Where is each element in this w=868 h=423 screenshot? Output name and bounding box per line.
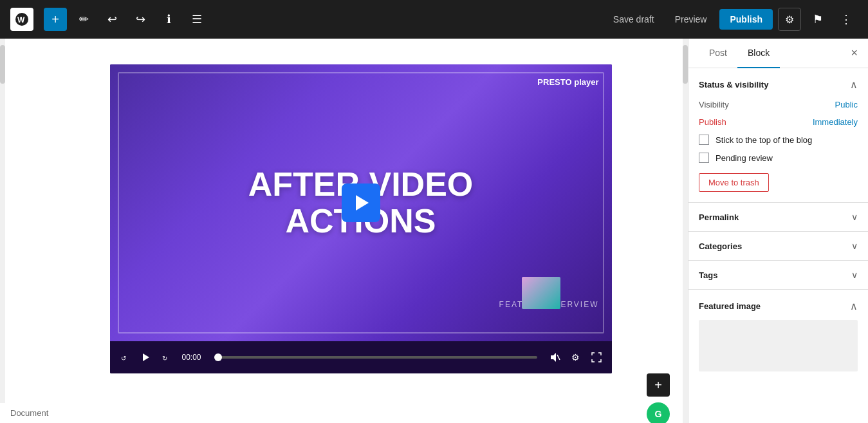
forward-10-button[interactable]: ↻ (159, 350, 174, 365)
list-view-button[interactable]: ☰ (185, 8, 208, 31)
svg-marker-5 (551, 353, 556, 362)
pending-review-checkbox[interactable] (699, 153, 709, 163)
left-scroll-track (0, 39, 5, 423)
video-controls-bar: ↺ ↻ 00:00 (110, 341, 612, 373)
play-button[interactable] (342, 183, 380, 222)
main-layout: PRESTO player AFTER VIDEO ACTIONS FEATUR… (0, 39, 868, 423)
thumbnail-preview (522, 277, 560, 309)
pending-review-row: Pending review (699, 153, 858, 163)
volume-button[interactable] (548, 350, 563, 365)
featured-image-header: Featured image ∧ (699, 300, 858, 312)
info-icon: ℹ (167, 12, 171, 26)
fullscreen-button[interactable] (589, 350, 604, 365)
section-title-status: Status & visibility (699, 80, 768, 89)
pending-review-label: Pending review (716, 153, 773, 163)
move-to-trash-button[interactable]: Move to trash (699, 173, 769, 192)
right-editor-scroll-track (683, 39, 688, 423)
preview-button[interactable]: Preview (667, 10, 715, 28)
stick-to-top-label: Stick to the top of the blog (716, 135, 812, 145)
floating-add-button[interactable]: + (647, 373, 670, 397)
permalink-chevron-icon: ∨ (851, 212, 858, 222)
svg-text:↺: ↺ (121, 355, 126, 362)
undo-icon: ↩ (107, 12, 117, 26)
permalink-section[interactable]: Permalink ∨ (688, 203, 868, 232)
progress-bar[interactable] (214, 356, 537, 359)
flag-icon: ⚑ (813, 12, 823, 26)
featured-image-placeholder[interactable] (699, 320, 858, 371)
close-sidebar-button[interactable]: × (851, 39, 858, 68)
redo-icon: ↪ (136, 12, 145, 26)
tab-post[interactable]: Post (699, 39, 737, 68)
editor-area: PRESTO player AFTER VIDEO ACTIONS FEATUR… (0, 39, 683, 423)
right-editor-scroll-thumb[interactable] (683, 45, 688, 84)
categories-section[interactable]: Categories ∨ (688, 232, 868, 261)
video-player: PRESTO player AFTER VIDEO ACTIONS FEATUR… (110, 64, 612, 373)
more-icon: ⋮ (840, 12, 852, 26)
plus-icon-floating: + (654, 378, 662, 393)
section-header-status: Status & visibility ∧ (699, 79, 858, 91)
document-status-text: Document (10, 408, 48, 418)
tab-block[interactable]: Block (737, 39, 780, 68)
svg-line-6 (557, 355, 560, 360)
flag-button[interactable]: ⚑ (806, 8, 829, 31)
tags-chevron-icon: ∨ (851, 270, 858, 280)
categories-label: Categories (699, 241, 742, 251)
publish-value[interactable]: Immediately (813, 117, 858, 127)
settings-video-button[interactable]: ⚙ (568, 350, 584, 365)
visibility-value[interactable]: Public (835, 100, 858, 109)
settings-button[interactable]: ⚙ (778, 8, 801, 31)
publish-button[interactable]: Publish (719, 9, 773, 30)
more-options-button[interactable]: ⋮ (835, 8, 858, 31)
svg-marker-3 (143, 353, 149, 361)
svg-text:W: W (17, 15, 25, 24)
video-main-area: PRESTO player AFTER VIDEO ACTIONS FEATUR… (110, 64, 612, 341)
collapse-status-button[interactable]: ∧ (850, 79, 858, 91)
top-toolbar: W + ✏ ↩ ↪ ℹ ☰ Save draft Preview Publish… (0, 0, 868, 39)
publish-row: Publish Immediately (699, 117, 858, 127)
presto-logo-text: PRESTO player (537, 77, 598, 87)
stick-to-top-checkbox[interactable] (699, 135, 709, 145)
plus-icon: + (51, 12, 59, 27)
gear-icon: ⚙ (785, 14, 794, 26)
svg-text:↻: ↻ (162, 355, 167, 362)
visibility-row: Visibility Public (699, 100, 858, 109)
stick-to-top-row: Stick to the top of the blog (699, 135, 858, 145)
list-icon: ☰ (192, 12, 202, 26)
categories-chevron-icon: ∨ (851, 241, 858, 251)
edit-button[interactable]: ✏ (72, 8, 95, 31)
add-block-button[interactable]: + (44, 8, 67, 31)
left-scroll-thumb[interactable] (0, 45, 5, 84)
presto-logo: PRESTO player (537, 77, 598, 87)
save-draft-button[interactable]: Save draft (605, 10, 662, 28)
pencil-icon: ✏ (79, 12, 89, 26)
grammarly-button[interactable]: G (647, 402, 670, 423)
progress-thumb[interactable] (214, 353, 222, 361)
tags-label: Tags (699, 270, 717, 280)
featured-image-label: Featured image (699, 301, 761, 311)
tags-section[interactable]: Tags ∨ (688, 261, 868, 290)
publish-label: Publish (699, 117, 726, 127)
grammarly-icon: G (655, 409, 662, 419)
permalink-label: Permalink (699, 212, 739, 222)
sidebar-tabs: Post Block × (688, 39, 868, 68)
visibility-label: Visibility (699, 100, 729, 109)
time-display: 00:00 (182, 353, 201, 362)
wp-logo[interactable]: W (10, 8, 33, 31)
info-button[interactable]: ℹ (157, 8, 180, 31)
play-pause-button[interactable] (138, 350, 154, 365)
collapse-featured-button[interactable]: ∧ (850, 300, 858, 312)
status-visibility-section: Status & visibility ∧ Visibility Public … (688, 68, 868, 203)
undo-button[interactable]: ↩ (100, 8, 124, 31)
replay-10-button[interactable]: ↺ (118, 350, 133, 365)
right-sidebar: Post Block × Status & visibility ∧ Visib… (688, 39, 868, 423)
bottom-status-bar: Document (0, 403, 59, 423)
featured-image-section: Featured image ∧ (688, 290, 868, 382)
redo-button[interactable]: ↪ (129, 8, 152, 31)
